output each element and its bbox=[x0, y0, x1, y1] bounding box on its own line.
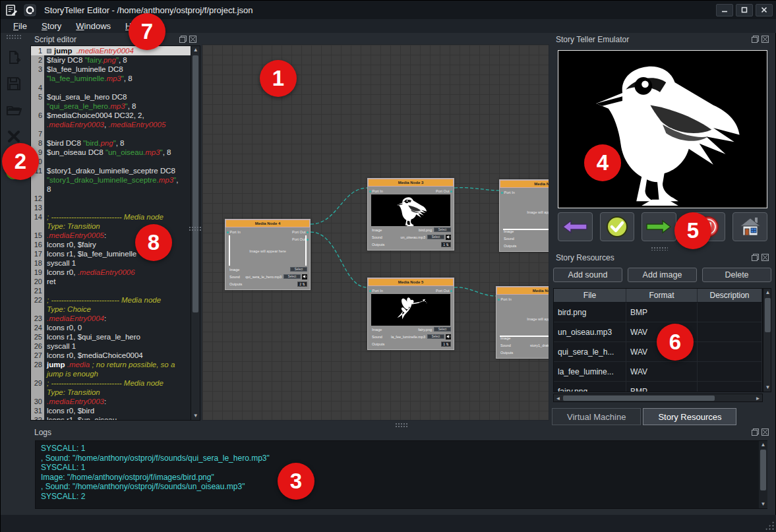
editor-line[interactable]: 5$qui_sera_le_hero DC8 "qui_sera_le_hero… bbox=[31, 92, 191, 111]
close-button[interactable] bbox=[756, 4, 773, 16]
editor-line[interactable]: 24lcons r0, 0 bbox=[31, 323, 191, 332]
editor-line[interactable]: 10 bbox=[31, 157, 191, 166]
menu-file[interactable]: File bbox=[7, 20, 33, 32]
float-panel-icon[interactable] bbox=[752, 254, 759, 261]
logs-scrollbar[interactable]: ▲ ▼ bbox=[759, 441, 767, 508]
window-resize-grip[interactable] bbox=[765, 521, 774, 530]
editor-line[interactable]: 11$story1_drako_luminelle_sceptre DC8 "s… bbox=[31, 166, 191, 194]
logs-output[interactable]: SYSCALL: 1, Sound: "/home/anthony/ostpro… bbox=[35, 440, 767, 509]
scroll-up-icon[interactable]: ▲ bbox=[759, 441, 767, 449]
port-in[interactable]: Port In bbox=[498, 297, 512, 301]
speaker-icon[interactable] bbox=[302, 274, 307, 280]
editor-line[interactable]: 3$la_fee_luminelle DC8 "la_fee_luminelle… bbox=[31, 65, 191, 83]
editor-line[interactable]: 9$un_oiseau DC8 "un_oiseau.mp3", 8 bbox=[31, 148, 191, 157]
editor-line[interactable]: 13 bbox=[31, 203, 191, 212]
save-button[interactable] bbox=[5, 75, 22, 92]
editor-line[interactable]: 4 bbox=[31, 83, 191, 92]
editor-line[interactable]: 7 bbox=[31, 129, 191, 138]
node-title[interactable]: Media Node bbox=[500, 180, 549, 188]
editor-line[interactable]: 32lcons r1, $un_oiseau bbox=[31, 415, 191, 421]
column-header-description[interactable]: Description bbox=[698, 289, 762, 302]
editor-line[interactable]: 14; ---------------------------- Media n… bbox=[31, 212, 191, 231]
outputs-spinner[interactable]: 1 ⇅ bbox=[441, 242, 451, 247]
new-file-button[interactable] bbox=[5, 49, 22, 66]
media-node[interactable]: Media Node Port InImage will appear here… bbox=[499, 179, 549, 252]
scroll-down-icon[interactable]: ▼ bbox=[759, 500, 767, 508]
float-panel-icon[interactable] bbox=[752, 36, 759, 43]
close-panel-icon[interactable] bbox=[761, 254, 769, 261]
table-row[interactable]: la_fee_lumine...WAV bbox=[554, 362, 762, 382]
scroll-down-icon[interactable]: ▼ bbox=[763, 384, 772, 392]
port-out[interactable]: Port Out bbox=[436, 189, 452, 193]
close-panel-icon[interactable] bbox=[761, 36, 769, 43]
story-graph-canvas[interactable]: Media Node 4 Port InPort Out Port Out Im… bbox=[202, 44, 549, 421]
tab-story-resources[interactable]: Story Resources bbox=[643, 408, 736, 425]
select-button[interactable]: Select bbox=[284, 274, 301, 279]
speaker-icon[interactable] bbox=[446, 235, 451, 240]
media-node[interactable]: Media Node 3 Port InPort Out Imagebird.p… bbox=[367, 178, 454, 251]
editor-line[interactable]: 30.mediaEntry0003: bbox=[31, 397, 191, 406]
node-title[interactable]: Media Node 4 bbox=[225, 220, 310, 227]
float-panel-icon[interactable] bbox=[179, 36, 187, 43]
select-button[interactable]: Select bbox=[427, 235, 444, 239]
next-button[interactable] bbox=[642, 212, 676, 241]
scroll-up-icon[interactable]: ▲ bbox=[763, 289, 772, 297]
port-in[interactable]: Port In bbox=[227, 230, 241, 234]
script-editor[interactable]: 1jump .mediaEntry00042$fairy DC8 "fairy.… bbox=[30, 45, 200, 421]
media-node[interactable]: Media Node 4 Port InPort Out Port Out Im… bbox=[225, 219, 311, 290]
scroll-left-icon[interactable]: ◄ bbox=[554, 394, 562, 402]
scroll-up-icon[interactable]: ▲ bbox=[191, 46, 200, 54]
editor-line[interactable]: 20ret bbox=[31, 277, 191, 286]
port-in[interactable]: Port In bbox=[369, 189, 383, 193]
media-node[interactable]: Media Node 6 Port InImage will appear he… bbox=[496, 286, 549, 359]
table-horizontal-scrollbar[interactable]: ◄ ► bbox=[553, 394, 763, 402]
port-in[interactable]: Port In bbox=[501, 191, 515, 194]
outputs-spinner[interactable]: 2 ⇅ bbox=[297, 281, 307, 287]
validate-button[interactable] bbox=[600, 212, 635, 241]
float-panel-icon[interactable] bbox=[752, 429, 759, 436]
table-row[interactable]: fairy.pngBMP bbox=[554, 382, 762, 392]
table-vertical-scrollbar[interactable]: ▲ ▼ bbox=[763, 288, 771, 392]
minimize-button[interactable] bbox=[716, 4, 733, 16]
editor-line[interactable]: 25lcons r1, $qui_sera_le_hero bbox=[31, 332, 191, 341]
editor-line[interactable]: 18syscall 1 bbox=[31, 258, 191, 268]
maximize-button[interactable] bbox=[736, 4, 753, 16]
port-out[interactable]: Port Out bbox=[436, 289, 452, 293]
media-node[interactable]: Media Node 5 Port InPort Out Imagefairy.… bbox=[367, 278, 454, 350]
port-out[interactable]: Port Out bbox=[292, 230, 309, 234]
editor-scrollbar[interactable]: ▲ ▼ bbox=[191, 46, 200, 420]
editor-line[interactable]: 23.mediaEntry0004: bbox=[31, 314, 191, 323]
open-folder-button[interactable] bbox=[5, 102, 22, 119]
editor-line[interactable]: 2$fairy DC8 "fairy.png", 8 bbox=[31, 55, 191, 65]
panel-drag-handle[interactable] bbox=[651, 247, 668, 251]
editor-line[interactable]: 8$bird DC8 "bird.png", 8 bbox=[31, 138, 191, 148]
editor-line[interactable]: 22; --------------------------- Media no… bbox=[31, 295, 191, 314]
editor-line[interactable]: 6$mediaChoice0004 DC32, 2, .mediaEntry00… bbox=[31, 111, 191, 129]
editor-line[interactable]: 27lcons r0, $mediaChoice0004 bbox=[31, 351, 191, 360]
editor-line[interactable]: 31lcons r0, $bird bbox=[31, 406, 191, 415]
add-image-button[interactable]: Add image bbox=[628, 268, 697, 282]
column-header-file[interactable]: File bbox=[554, 289, 626, 302]
menu-windows[interactable]: Windows bbox=[70, 20, 117, 32]
node-title[interactable]: Media Node 5 bbox=[368, 278, 454, 286]
previous-button[interactable] bbox=[558, 212, 593, 241]
port-in[interactable]: Port In bbox=[369, 289, 383, 293]
add-sound-button[interactable]: Add sound bbox=[553, 268, 622, 282]
home-button[interactable] bbox=[732, 212, 767, 241]
menu-story[interactable]: Story bbox=[36, 20, 67, 32]
select-button[interactable]: Select bbox=[434, 227, 451, 232]
table-row[interactable]: bird.pngBMP bbox=[554, 303, 762, 322]
delete-button[interactable]: Delete bbox=[702, 268, 771, 282]
splitter-handle-left[interactable] bbox=[189, 226, 202, 231]
toolbar-drag-handle[interactable] bbox=[6, 34, 22, 39]
node-title[interactable]: Media Node 3 bbox=[368, 179, 454, 187]
select-button[interactable]: Select bbox=[290, 267, 307, 272]
editor-line[interactable]: 28jump .media ; no return possible, so a… bbox=[31, 360, 191, 378]
editor-line[interactable]: 12 bbox=[31, 194, 191, 203]
node-title[interactable]: Media Node 6 bbox=[496, 287, 549, 295]
select-button[interactable]: Select bbox=[427, 334, 444, 339]
editor-line[interactable]: 21 bbox=[31, 286, 191, 295]
speaker-icon[interactable] bbox=[446, 334, 451, 340]
tab-virtual-machine[interactable]: Virtual Machine bbox=[552, 408, 641, 425]
scroll-right-icon[interactable]: ► bbox=[754, 394, 762, 402]
